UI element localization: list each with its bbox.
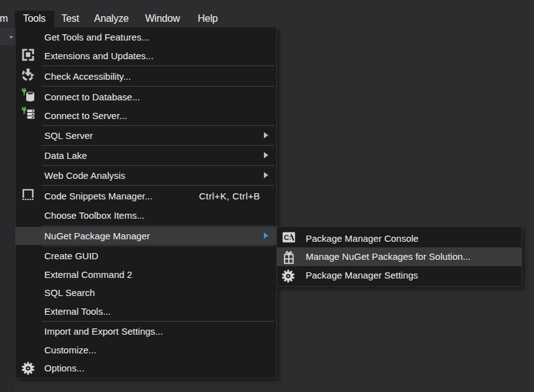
svg-text:C:: C: bbox=[284, 234, 291, 241]
